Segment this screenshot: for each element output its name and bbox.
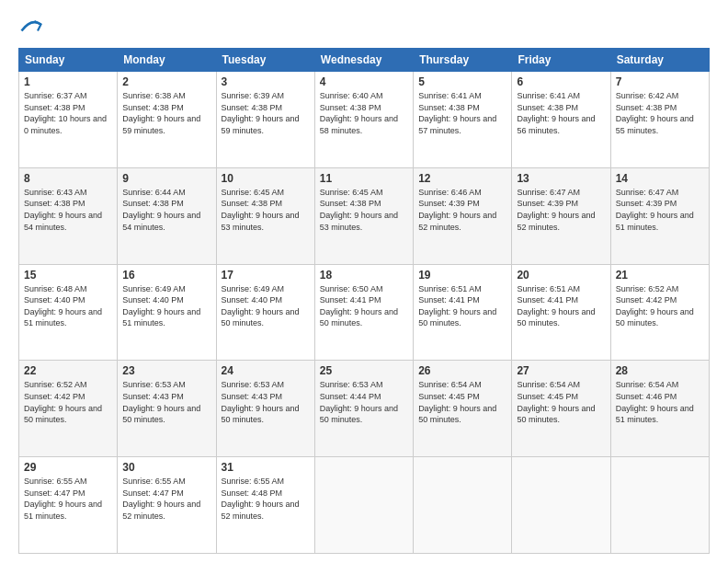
day-info: Sunrise: 6:46 AMSunset: 4:39 PMDaylight:… xyxy=(418,187,506,233)
day-number: 8 xyxy=(24,172,112,185)
day-header-thursday: Thursday xyxy=(414,49,512,72)
day-header-wednesday: Wednesday xyxy=(314,49,413,72)
day-cell-14: 14Sunrise: 6:47 AMSunset: 4:39 PMDayligh… xyxy=(610,167,709,264)
day-header-sunday: Sunday xyxy=(19,49,118,72)
day-cell-31: 31Sunrise: 6:55 AMSunset: 4:48 PMDayligh… xyxy=(216,457,314,554)
day-header-saturday: Saturday xyxy=(610,49,709,72)
day-number: 28 xyxy=(616,364,704,377)
day-number: 24 xyxy=(222,364,310,377)
day-number: 22 xyxy=(24,364,112,377)
day-info: Sunrise: 6:49 AMSunset: 4:40 PMDaylight:… xyxy=(122,283,210,329)
day-cell-20: 20Sunrise: 6:51 AMSunset: 4:41 PMDayligh… xyxy=(512,264,610,361)
day-info: Sunrise: 6:53 AMSunset: 4:43 PMDaylight:… xyxy=(222,379,310,425)
day-number: 17 xyxy=(222,269,310,282)
day-info: Sunrise: 6:41 AMSunset: 4:38 PMDaylight:… xyxy=(418,90,506,136)
day-number: 10 xyxy=(222,172,310,185)
day-number: 14 xyxy=(616,172,704,185)
day-cell-27: 27Sunrise: 6:54 AMSunset: 4:45 PMDayligh… xyxy=(512,361,610,457)
day-info: Sunrise: 6:47 AMSunset: 4:39 PMDaylight:… xyxy=(517,187,605,233)
day-number: 18 xyxy=(320,269,408,282)
day-info: Sunrise: 6:44 AMSunset: 4:38 PMDaylight:… xyxy=(122,187,210,233)
day-cell-15: 15Sunrise: 6:48 AMSunset: 4:40 PMDayligh… xyxy=(19,264,118,361)
day-cell-12: 12Sunrise: 6:46 AMSunset: 4:39 PMDayligh… xyxy=(414,167,512,264)
day-cell-6: 6Sunrise: 6:41 AMSunset: 4:38 PMDaylight… xyxy=(512,72,610,168)
day-cell-11: 11Sunrise: 6:45 AMSunset: 4:38 PMDayligh… xyxy=(314,167,413,264)
day-info: Sunrise: 6:53 AMSunset: 4:43 PMDaylight:… xyxy=(122,379,210,425)
day-cell-13: 13Sunrise: 6:47 AMSunset: 4:39 PMDayligh… xyxy=(512,167,610,264)
day-info: Sunrise: 6:45 AMSunset: 4:38 PMDaylight:… xyxy=(320,187,408,233)
day-info: Sunrise: 6:42 AMSunset: 4:38 PMDaylight:… xyxy=(616,90,704,136)
day-number: 12 xyxy=(418,172,506,185)
day-cell-28: 28Sunrise: 6:54 AMSunset: 4:46 PMDayligh… xyxy=(610,361,709,457)
day-number: 9 xyxy=(122,172,210,185)
day-cell-30: 30Sunrise: 6:55 AMSunset: 4:47 PMDayligh… xyxy=(118,457,216,554)
day-info: Sunrise: 6:54 AMSunset: 4:45 PMDaylight:… xyxy=(418,379,506,425)
day-info: Sunrise: 6:54 AMSunset: 4:46 PMDaylight:… xyxy=(616,379,704,425)
day-header-friday: Friday xyxy=(512,49,610,72)
day-cell-4: 4Sunrise: 6:40 AMSunset: 4:38 PMDaylight… xyxy=(314,72,413,168)
day-number: 5 xyxy=(418,75,506,88)
day-info: Sunrise: 6:55 AMSunset: 4:47 PMDaylight:… xyxy=(122,476,210,522)
day-info: Sunrise: 6:52 AMSunset: 4:42 PMDaylight:… xyxy=(24,379,112,425)
day-info: Sunrise: 6:39 AMSunset: 4:38 PMDaylight:… xyxy=(222,90,310,136)
header xyxy=(18,15,710,40)
week-row-3: 15Sunrise: 6:48 AMSunset: 4:40 PMDayligh… xyxy=(19,264,710,361)
day-info: Sunrise: 6:54 AMSunset: 4:45 PMDaylight:… xyxy=(517,379,605,425)
week-row-2: 8Sunrise: 6:43 AMSunset: 4:38 PMDaylight… xyxy=(19,167,710,264)
day-info: Sunrise: 6:40 AMSunset: 4:38 PMDaylight:… xyxy=(320,90,408,136)
day-number: 15 xyxy=(24,269,112,282)
empty-cell xyxy=(414,457,512,554)
empty-cell xyxy=(512,457,610,554)
day-cell-10: 10Sunrise: 6:45 AMSunset: 4:38 PMDayligh… xyxy=(216,167,314,264)
week-row-5: 29Sunrise: 6:55 AMSunset: 4:47 PMDayligh… xyxy=(19,457,710,554)
header-row: SundayMondayTuesdayWednesdayThursdayFrid… xyxy=(19,49,710,72)
day-info: Sunrise: 6:49 AMSunset: 4:40 PMDaylight:… xyxy=(222,283,310,329)
day-number: 27 xyxy=(517,364,605,377)
day-number: 4 xyxy=(320,75,408,88)
day-header-tuesday: Tuesday xyxy=(216,49,314,72)
day-cell-19: 19Sunrise: 6:51 AMSunset: 4:41 PMDayligh… xyxy=(414,264,512,361)
logo-icon xyxy=(18,15,44,40)
day-cell-26: 26Sunrise: 6:54 AMSunset: 4:45 PMDayligh… xyxy=(414,361,512,457)
day-number: 2 xyxy=(122,75,210,88)
empty-cell xyxy=(314,457,413,554)
week-row-4: 22Sunrise: 6:52 AMSunset: 4:42 PMDayligh… xyxy=(19,361,710,457)
day-number: 21 xyxy=(616,269,704,282)
day-cell-5: 5Sunrise: 6:41 AMSunset: 4:38 PMDaylight… xyxy=(414,72,512,168)
day-cell-24: 24Sunrise: 6:53 AMSunset: 4:43 PMDayligh… xyxy=(216,361,314,457)
day-number: 26 xyxy=(418,364,506,377)
day-cell-3: 3Sunrise: 6:39 AMSunset: 4:38 PMDaylight… xyxy=(216,72,314,168)
day-cell-17: 17Sunrise: 6:49 AMSunset: 4:40 PMDayligh… xyxy=(216,264,314,361)
page: SundayMondayTuesdayWednesdayThursdayFrid… xyxy=(0,0,728,563)
day-info: Sunrise: 6:37 AMSunset: 4:38 PMDaylight:… xyxy=(24,90,112,136)
day-info: Sunrise: 6:52 AMSunset: 4:42 PMDaylight:… xyxy=(616,283,704,329)
day-number: 7 xyxy=(616,75,704,88)
day-number: 23 xyxy=(122,364,210,377)
day-cell-23: 23Sunrise: 6:53 AMSunset: 4:43 PMDayligh… xyxy=(118,361,216,457)
week-row-1: 1Sunrise: 6:37 AMSunset: 4:38 PMDaylight… xyxy=(19,72,710,168)
day-info: Sunrise: 6:47 AMSunset: 4:39 PMDaylight:… xyxy=(616,187,704,233)
day-info: Sunrise: 6:50 AMSunset: 4:41 PMDaylight:… xyxy=(320,283,408,329)
day-number: 11 xyxy=(320,172,408,185)
day-cell-25: 25Sunrise: 6:53 AMSunset: 4:44 PMDayligh… xyxy=(314,361,413,457)
day-cell-21: 21Sunrise: 6:52 AMSunset: 4:42 PMDayligh… xyxy=(610,264,709,361)
day-header-monday: Monday xyxy=(118,49,216,72)
day-number: 31 xyxy=(222,461,310,474)
day-cell-18: 18Sunrise: 6:50 AMSunset: 4:41 PMDayligh… xyxy=(314,264,413,361)
day-number: 16 xyxy=(122,269,210,282)
day-info: Sunrise: 6:41 AMSunset: 4:38 PMDaylight:… xyxy=(517,90,605,136)
day-cell-29: 29Sunrise: 6:55 AMSunset: 4:47 PMDayligh… xyxy=(19,457,118,554)
day-cell-7: 7Sunrise: 6:42 AMSunset: 4:38 PMDaylight… xyxy=(610,72,709,168)
day-number: 30 xyxy=(122,461,210,474)
day-cell-16: 16Sunrise: 6:49 AMSunset: 4:40 PMDayligh… xyxy=(118,264,216,361)
day-number: 3 xyxy=(222,75,310,88)
day-info: Sunrise: 6:51 AMSunset: 4:41 PMDaylight:… xyxy=(418,283,506,329)
day-number: 29 xyxy=(24,461,112,474)
day-number: 13 xyxy=(517,172,605,185)
day-info: Sunrise: 6:45 AMSunset: 4:38 PMDaylight:… xyxy=(222,187,310,233)
day-info: Sunrise: 6:38 AMSunset: 4:38 PMDaylight:… xyxy=(122,90,210,136)
day-cell-2: 2Sunrise: 6:38 AMSunset: 4:38 PMDaylight… xyxy=(118,72,216,168)
day-cell-9: 9Sunrise: 6:44 AMSunset: 4:38 PMDaylight… xyxy=(118,167,216,264)
day-number: 19 xyxy=(418,269,506,282)
empty-cell xyxy=(610,457,709,554)
